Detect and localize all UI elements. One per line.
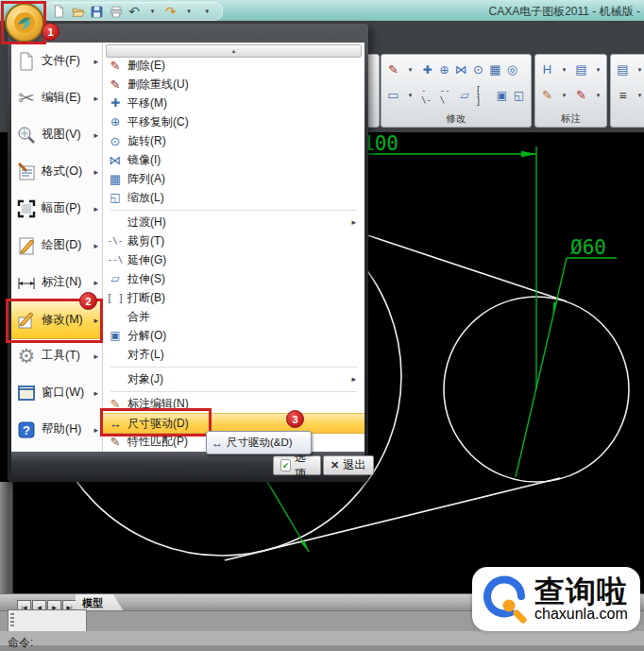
- scale-cloud-icon[interactable]: ◎: [506, 62, 518, 77]
- app-menu-item-label: 文件(F): [42, 53, 93, 69]
- dim-horizontal-icon[interactable]: H: [541, 62, 553, 77]
- dropdown-icon[interactable]: ▾: [634, 62, 644, 77]
- dropdown-icon[interactable]: ▾: [558, 62, 570, 77]
- app-menu-item-label: 视图(V): [42, 127, 93, 143]
- new-file-icon[interactable]: [52, 4, 66, 19]
- submenu-item-label: 镜像(I): [127, 152, 364, 168]
- app-menu-item[interactable]: ⚙工具(T)▸: [11, 337, 102, 374]
- save-icon[interactable]: [90, 4, 104, 19]
- submenu-item[interactable]: ✎删除重线(U): [103, 75, 364, 94]
- app-menu-item[interactable]: 绘图(D)▸: [11, 227, 102, 264]
- command-line[interactable]: 命令:: [0, 631, 644, 651]
- explode-icon: ▣: [103, 329, 127, 342]
- break-icon[interactable]: [ ]: [476, 88, 491, 102]
- app-menu-item[interactable]: 文件(F)▸: [11, 43, 102, 79]
- submenu-item[interactable]: -\-裁剪(T): [103, 231, 364, 250]
- options-button[interactable]: ✔ 选项: [273, 455, 321, 475]
- submenu-item[interactable]: ▦阵列(A): [103, 169, 364, 188]
- trim-icon[interactable]: -\-: [421, 88, 435, 102]
- undo-icon[interactable]: ↶: [127, 4, 142, 19]
- app-menu-item[interactable]: ?帮助(H)▸: [11, 411, 102, 448]
- app-menu-item[interactable]: 视图(V)▸: [11, 116, 102, 153]
- submenu-item[interactable]: ⊕平移复制(C): [103, 112, 364, 131]
- file-icon: [11, 51, 42, 72]
- mirror-icon[interactable]: ⋈: [455, 62, 467, 77]
- dropdown-icon[interactable]: ▾: [404, 88, 416, 102]
- application-menu: 文件(F)▸✂编辑(E)▸视图(V)▸格式(O)▸幅面(P)▸绘图(D)▸标注(…: [8, 24, 368, 482]
- submenu-item[interactable]: ▱拉伸(S): [103, 269, 364, 288]
- menu-separator: [110, 210, 357, 211]
- array-icon[interactable]: ▦: [489, 62, 501, 77]
- submenu-item[interactable]: --\延伸(G): [103, 250, 364, 269]
- submenu-item-label: 阵列(A): [127, 171, 364, 187]
- submenu-item[interactable]: ⋈镜像(I): [103, 150, 364, 169]
- delete-brush-icon[interactable]: ✎: [387, 62, 399, 77]
- dropdown-icon[interactable]: ▾: [404, 62, 416, 77]
- chaxunla-logo-icon: [478, 572, 533, 626]
- submenu-item[interactable]: ✎删除(E): [103, 56, 364, 75]
- submenu-item[interactable]: ▣分解(O): [103, 326, 364, 345]
- dropdown-icon[interactable]: ▾: [181, 4, 195, 19]
- trim-icon: -\-: [103, 236, 127, 246]
- command-prompt: 命令:: [8, 635, 33, 651]
- print-icon[interactable]: [109, 4, 124, 19]
- submenu-item[interactable]: 合并: [103, 307, 364, 326]
- app-menu-footer: ✔ 选项 ✕ 退出: [11, 452, 364, 477]
- app-menu-item[interactable]: ✂编辑(E)▸: [11, 79, 102, 116]
- dropdown-icon[interactable]: ▾: [592, 62, 604, 77]
- submenu-item-label: 裁剪(T): [127, 233, 364, 249]
- rotate-icon[interactable]: ⊙: [472, 62, 484, 77]
- submenu-item[interactable]: [ ]打断(B): [103, 288, 364, 307]
- drag-handle-icon[interactable]: [10, 613, 14, 628]
- app-menu-item-label: 帮助(H): [42, 421, 93, 437]
- dropdown-icon[interactable]: ▾: [145, 4, 160, 19]
- modify-submenu: ▴ ✎删除(E)✎删除重线(U)✚平移(M)⊕平移复制(C)⊙旋转(R)⋈镜像(…: [103, 43, 364, 452]
- submenu-item-label: 延伸(G): [127, 252, 364, 268]
- dropdown-icon[interactable]: ▾: [634, 88, 644, 102]
- stretch-icon[interactable]: ▱: [459, 88, 471, 102]
- application-menu-button[interactable]: [5, 3, 44, 43]
- submenu-item[interactable]: 对象(J)▸: [103, 369, 364, 388]
- rotate-icon: ⊙: [103, 134, 127, 148]
- stretch-icon: ▱: [103, 272, 127, 285]
- dropdown-icon[interactable]: ▾: [592, 88, 604, 102]
- annotation-badge-3: 3: [286, 410, 304, 428]
- extend-icon[interactable]: --\: [440, 88, 454, 102]
- move-icon[interactable]: ✚: [421, 62, 433, 77]
- layer-lines-icon[interactable]: ≡: [617, 88, 629, 102]
- app-menu-item-label: 格式(O): [42, 163, 93, 180]
- break-icon: [ ]: [103, 293, 127, 303]
- draw-icon: [11, 235, 42, 256]
- move-copy-icon[interactable]: ⊕: [438, 62, 450, 77]
- app-menu-item[interactable]: 窗口(W)▸: [11, 374, 102, 411]
- scale-icon[interactable]: ◱: [513, 88, 525, 102]
- explode-icon[interactable]: ▣: [496, 88, 508, 102]
- edit-pencil-icon[interactable]: ✎: [575, 88, 587, 102]
- submenu-item[interactable]: ◱缩放(L): [103, 188, 364, 207]
- mirror-icon: ⋈: [103, 153, 127, 167]
- menu-separator: [110, 391, 357, 392]
- select-rect-icon[interactable]: ▭: [387, 88, 399, 102]
- ribbon-panel-label: 修改: [381, 112, 531, 126]
- submenu-arrow-icon: ▸: [93, 316, 98, 325]
- dim-image-icon[interactable]: ▤: [575, 62, 587, 77]
- exit-button[interactable]: ✕ 退出: [323, 455, 374, 475]
- svg-text:?: ?: [23, 423, 30, 437]
- redo-icon[interactable]: ↷: [163, 4, 178, 19]
- submenu-item[interactable]: ✎标注编辑(N): [103, 394, 364, 413]
- submenu-item[interactable]: ✚平移(M): [103, 94, 364, 112]
- doc-style-icon[interactable]: ▤: [617, 62, 629, 77]
- open-file-icon[interactable]: [70, 4, 86, 19]
- move-copy-icon: ⊕: [103, 115, 127, 128]
- app-menu-item[interactable]: 幅面(P)▸: [11, 190, 102, 227]
- submenu-item[interactable]: ⊙旋转(R): [103, 131, 364, 150]
- dropdown-icon[interactable]: ▾: [200, 4, 214, 19]
- left-scrollbar[interactable]: [0, 482, 13, 593]
- dim-edit-icon[interactable]: ✎: [541, 88, 553, 102]
- submenu-arrow-icon: ▸: [93, 57, 98, 66]
- app-menu-item[interactable]: 格式(O)▸: [11, 153, 102, 190]
- submenu-item[interactable]: 过渡(H)▸: [103, 213, 364, 231]
- submenu-arrow-icon: ▸: [93, 388, 98, 398]
- dropdown-icon[interactable]: ▾: [558, 88, 570, 102]
- submenu-item[interactable]: 对齐(L): [103, 345, 364, 364]
